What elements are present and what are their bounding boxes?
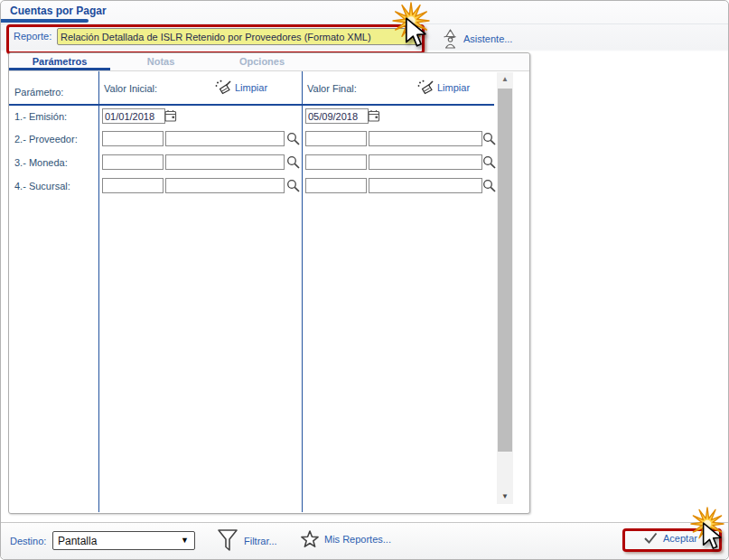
broom-icon: [215, 79, 231, 96]
header-underline: [9, 104, 494, 106]
sucursal-initial-code-input[interactable]: [102, 178, 164, 193]
assistant-button[interactable]: Asistente...: [442, 29, 512, 49]
footer-bar: Destino: Pantalla ▼ Filtrar... Mis Repor…: [1, 523, 728, 559]
destination-value: Pantalla: [58, 535, 97, 547]
search-icon[interactable]: [286, 132, 301, 146]
broom-icon: [417, 79, 434, 96]
moneda-final-name-input[interactable]: [369, 154, 482, 170]
search-icon[interactable]: [482, 155, 497, 170]
dropdown-caret-icon: ▼: [181, 536, 189, 545]
funnel-icon: [217, 528, 238, 553]
emision-initial-date-input[interactable]: [102, 108, 165, 124]
wizard-icon: [442, 29, 459, 49]
row-label: 3.- Moneda:: [14, 157, 68, 168]
filter-button[interactable]: Filtrar...: [217, 528, 277, 553]
destination-select[interactable]: Pantalla ▼: [52, 531, 195, 550]
tab-opciones[interactable]: Opciones: [211, 53, 313, 70]
tab-notas[interactable]: Notas: [110, 53, 211, 70]
table-row-emision: 1.- Emisión:: [9, 108, 528, 126]
calendar-icon[interactable]: [164, 109, 177, 122]
sucursal-initial-name-input[interactable]: [165, 178, 285, 193]
vertical-scrollbar[interactable]: ▲ ▼: [497, 72, 513, 504]
filter-label: Filtrar...: [244, 536, 277, 546]
dialog-window: Cuentas por Pagar Reporte: Asistente... …: [0, 0, 729, 560]
table-row-sucursal: 4.- Sucursal:: [9, 178, 528, 196]
assistant-label: Asistente...: [463, 33, 512, 44]
title-underline: [1, 19, 89, 23]
calendar-icon[interactable]: [368, 109, 380, 122]
scroll-down-button[interactable]: ▼: [497, 490, 513, 504]
final-column-header: Valor Final:: [307, 83, 357, 94]
tab-parametros[interactable]: Parámetros: [9, 53, 110, 70]
initial-column-header: Valor Inicial:: [104, 83, 157, 94]
search-icon[interactable]: [286, 179, 301, 193]
row-label: 4.- Sucursal:: [14, 181, 70, 191]
scroll-up-button[interactable]: ▲: [497, 72, 513, 87]
search-icon[interactable]: [482, 132, 497, 146]
emision-final-date-input[interactable]: [305, 108, 369, 124]
proveedor-final-code-input[interactable]: [305, 131, 367, 146]
param-column-header: Parámetro:: [14, 87, 63, 98]
report-annotation-box: [6, 24, 425, 54]
moneda-final-code-input[interactable]: [305, 154, 367, 170]
star-icon: [301, 530, 319, 548]
row-label: 2.- Proveedor:: [14, 134, 78, 145]
table-row-proveedor: 2.- Proveedor:: [9, 131, 528, 149]
tab-strip: Parámetros Notas Opciones: [9, 53, 529, 71]
clear-initial-label: Limpiar: [235, 82, 267, 93]
proveedor-final-name-input[interactable]: [369, 131, 482, 146]
row-label: 1.- Emisión:: [14, 111, 67, 122]
scrollbar-thumb[interactable]: [498, 89, 512, 452]
table-row-moneda: 3.- Moneda:: [9, 154, 528, 173]
search-icon[interactable]: [482, 179, 497, 193]
clear-final-button[interactable]: Limpiar: [417, 79, 470, 96]
page: { "window": { "title": "Cuentas por Paga…: [0, 0, 729, 560]
clear-final-label: Limpiar: [437, 82, 470, 93]
window-title: Cuentas por Pagar: [10, 5, 107, 17]
accept-annotation-box: [622, 528, 722, 552]
clear-initial-button[interactable]: Limpiar: [215, 79, 267, 96]
proveedor-initial-name-input[interactable]: [165, 131, 285, 146]
sucursal-final-name-input[interactable]: [369, 178, 482, 193]
my-reports-label: Mis Reportes...: [324, 534, 391, 545]
my-reports-button[interactable]: Mis Reportes...: [301, 530, 391, 548]
proveedor-initial-code-input[interactable]: [102, 131, 164, 146]
moneda-initial-name-input[interactable]: [165, 154, 285, 170]
search-icon[interactable]: [286, 155, 301, 170]
destination-label: Destino:: [10, 536, 46, 546]
sucursal-final-code-input[interactable]: [305, 178, 367, 193]
parameters-panel: Parámetros Notas Opciones Parámetro: Val…: [8, 52, 530, 514]
parameters-content: Parámetro: Valor Inicial: Limpiar Valor …: [9, 71, 528, 512]
moneda-initial-code-input[interactable]: [102, 154, 164, 170]
